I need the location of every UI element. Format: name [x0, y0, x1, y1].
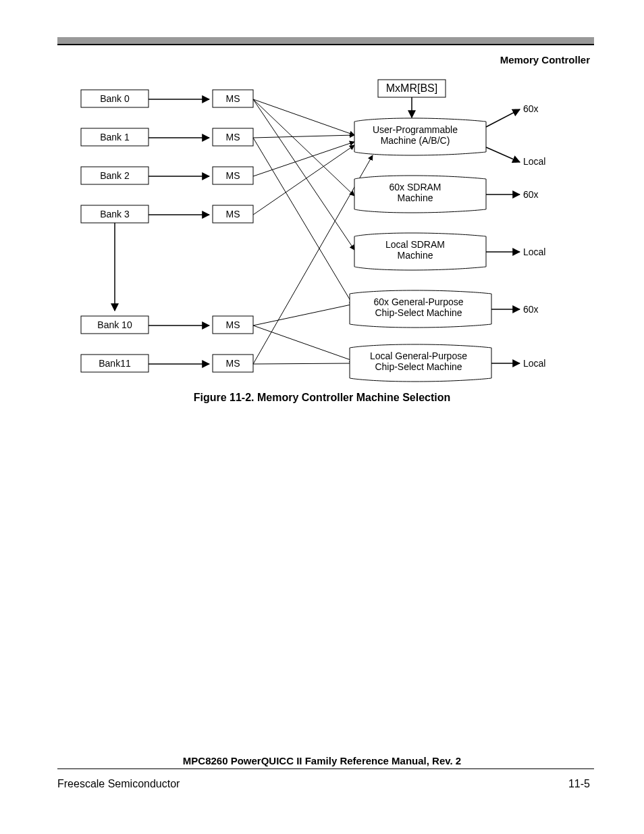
bank-label-1: Bank 1 [100, 132, 130, 142]
ms-label-11: MS [226, 358, 240, 369]
machine-3-out1: 60x [523, 304, 539, 315]
footer-right: 11-5 [568, 778, 590, 790]
machine-2-out1: Local [523, 246, 545, 257]
bank-row-10: Bank 10 MS [81, 316, 253, 334]
svg-line-30 [486, 147, 520, 162]
mxmr-label: MxMR[BS] [386, 82, 437, 94]
svg-line-21 [253, 135, 354, 138]
machine-0-l1: User-Programmable [373, 124, 458, 135]
ms-label-2: MS [226, 170, 240, 181]
svg-line-26 [253, 304, 354, 325]
bank-label-2: Bank 2 [100, 170, 130, 181]
machine-0-out2: Local [523, 156, 545, 167]
bank-label-0: Bank 0 [100, 93, 130, 104]
svg-line-22 [253, 138, 354, 307]
bank-label-10: Bank 10 [97, 319, 132, 330]
machine-4-l1: Local General-Purpose [370, 350, 467, 361]
bank-label-3: Bank 3 [100, 209, 130, 219]
bank-row-3: Bank 3 MS [81, 205, 253, 223]
machine-0-l2: Machine (A/B/C) [381, 135, 450, 146]
footer-left: Freescale Semiconductor [57, 778, 180, 790]
footer-title: MPC8260 PowerQUICC II Family Reference M… [0, 755, 644, 766]
footer-rule [57, 768, 594, 769]
machine-1-out1: 60x [523, 189, 539, 200]
svg-line-24 [253, 145, 354, 215]
ms-label-10: MS [226, 319, 240, 330]
bank-row-2: Bank 2 MS [81, 167, 253, 184]
svg-line-29 [486, 109, 520, 127]
bank-row-0: Bank 0 MS [81, 90, 253, 107]
machine-2-l2: Machine [398, 250, 433, 261]
svg-line-20 [253, 99, 354, 250]
machine-4-l2: Chip-Select Machine [375, 361, 462, 372]
machine-0-out1: 60x [523, 103, 539, 114]
ms-label-3: MS [226, 209, 240, 219]
svg-line-25 [253, 325, 354, 361]
machine-3-l2: Chip-Select Machine [375, 307, 462, 318]
svg-line-18 [253, 99, 354, 135]
machine-4-out1: Local [523, 358, 545, 369]
ms-label-1: MS [226, 132, 240, 142]
bank-row-11: Bank11 MS [81, 355, 253, 372]
figure-caption: Figure 11-2. Memory Controller Machine S… [0, 392, 644, 404]
machine-2-l1: Local SDRAM [385, 239, 445, 250]
bank-row-1: Bank 1 MS [81, 128, 253, 146]
bank-label-11: Bank11 [99, 358, 131, 369]
machine-1-l2: Machine [398, 192, 433, 203]
svg-line-19 [253, 99, 354, 196]
svg-line-27 [253, 363, 354, 364]
ms-label-0: MS [226, 93, 240, 104]
machine-3-l1: 60x General-Purpose [373, 296, 463, 307]
machine-1-l1: 60x SDRAM [389, 182, 441, 192]
svg-line-23 [253, 142, 354, 176]
